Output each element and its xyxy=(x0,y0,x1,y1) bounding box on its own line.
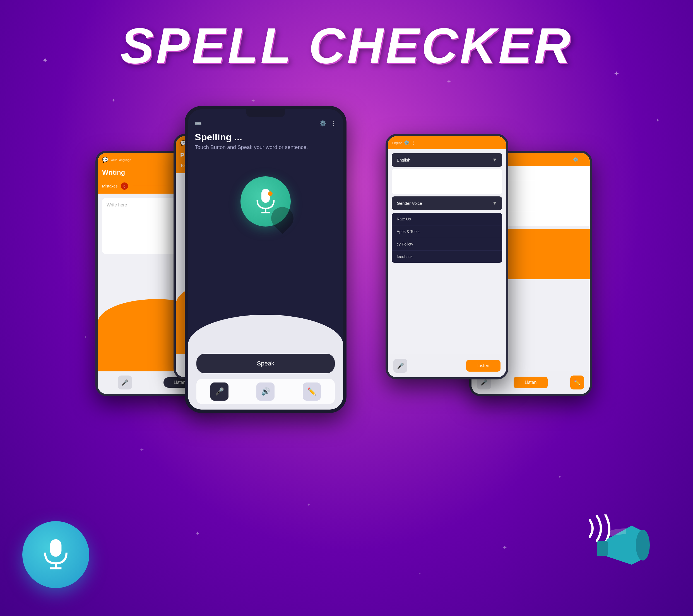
mic-toolbar-btn-left[interactable]: 🎤 xyxy=(118,376,132,390)
dots-menu-icon[interactable]: ⋮ xyxy=(331,120,336,127)
center-bottom-toolbar: 🎤 🔊 ✏️ xyxy=(196,379,335,404)
phone-spelling-screen: ⌨️ ⚙️ ⋮ Spelling ... Touch Button and Sp… xyxy=(188,110,343,410)
chat-icon: 💬 xyxy=(102,157,108,163)
svg-point-8 xyxy=(636,530,650,560)
mistakes-label: Mistakes: xyxy=(102,184,119,188)
dropdown-arrow-lang: ▼ xyxy=(492,157,497,163)
voice-dropdown[interactable]: Gender Voice xyxy=(397,201,422,205)
phone-spelling: ⌨️ ⚙️ ⋮ Spelling ... Touch Button and Sp… xyxy=(185,106,346,413)
speak-button[interactable]: Speak xyxy=(196,354,335,373)
phones-area: 💬 Your Language Writing Mistakes: 0 Writ… xyxy=(40,100,653,541)
mic-btn-rc[interactable]: 🎤 xyxy=(393,359,407,373)
listen-btn-r[interactable]: Listen xyxy=(514,377,548,389)
mic-button-large[interactable] xyxy=(240,176,291,226)
spelling-top-bar: ⌨️ ⚙️ ⋮ xyxy=(188,117,343,130)
mistakes-badge: 0 xyxy=(121,182,128,190)
spelling-title: Spelling ... xyxy=(188,130,343,144)
phone-right-center-screen: English ⚙️ ⋮ English ▼ Gender Voice ▼ Ra… xyxy=(388,136,506,377)
phone-right-center: English ⚙️ ⋮ English ▼ Gender Voice ▼ Ra… xyxy=(385,134,508,379)
svg-rect-0 xyxy=(261,189,270,203)
bottom-mic-svg xyxy=(40,538,71,571)
edit-toolbar-center[interactable]: ✏️ xyxy=(303,382,321,401)
language-dropdown[interactable]: English xyxy=(397,158,410,162)
spelling-subtitle: Touch Button and Speak your word or sent… xyxy=(188,144,343,157)
megaphone-svg xyxy=(581,514,665,593)
keyboard-icon: ⌨️ xyxy=(195,120,202,127)
gear-icon[interactable]: ⚙️ xyxy=(319,120,326,127)
svg-point-3 xyxy=(268,192,273,196)
svg-rect-4 xyxy=(50,539,62,557)
menu-item-policy[interactable]: cy Policty xyxy=(392,238,502,251)
menu-item-apps[interactable]: Apps & Tools xyxy=(392,225,502,238)
menu-item-feedback[interactable]: feedback xyxy=(392,251,502,263)
page-title: SPELL CHECKER xyxy=(120,17,573,75)
right-center-header-lang: English xyxy=(392,141,402,144)
mic-toolbar-center[interactable]: 🎤 xyxy=(210,382,229,401)
svg-rect-9 xyxy=(597,541,608,556)
edit-btn-r[interactable]: ✏️ xyxy=(570,376,584,390)
bottom-left-mic-circle xyxy=(22,521,89,588)
listen-btn-rc[interactable]: Listen xyxy=(466,360,500,372)
dropdown-arrow-voice: ▼ xyxy=(492,200,497,206)
menu-item-rate[interactable]: Rate Us xyxy=(392,213,502,225)
speaker-toolbar-center[interactable]: 🔊 xyxy=(256,382,275,401)
phone-writing-header-label: Your Language xyxy=(111,158,131,161)
bottom-right-megaphone xyxy=(581,514,665,594)
